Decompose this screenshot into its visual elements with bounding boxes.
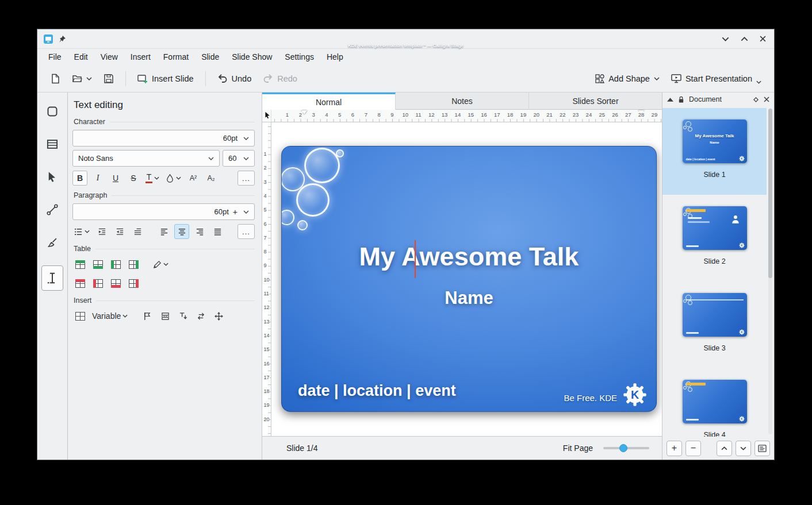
italic-button[interactable]: I <box>90 171 105 186</box>
tab-slides-sorter[interactable]: Slides Sorter <box>529 92 662 110</box>
increase-indent-button[interactable] <box>94 224 109 239</box>
character-more-button[interactable]: ... <box>238 171 255 186</box>
horizontal-ruler[interactable]: 1234567891011121314151617181920212223242… <box>262 110 662 122</box>
insert-table-button[interactable] <box>72 309 87 323</box>
delete-slide-button[interactable]: − <box>685 441 701 456</box>
font-family-combo[interactable]: Noto Sans <box>72 150 220 167</box>
tool-connection[interactable] <box>41 200 63 219</box>
spacing-increase-stepper[interactable]: + <box>233 207 238 217</box>
minimize-button[interactable] <box>722 37 729 41</box>
underline-button[interactable]: U <box>108 171 123 186</box>
tab-normal[interactable]: Normal <box>262 92 396 110</box>
align-right-button[interactable] <box>192 224 207 239</box>
float-docker-icon[interactable] <box>753 97 759 103</box>
split-cells-button[interactable] <box>126 276 141 291</box>
ruler-number: 27 <box>625 111 632 118</box>
tool-calligraphy[interactable] <box>41 233 63 252</box>
insert-bookmark-button[interactable] <box>140 309 155 323</box>
menu-item-view[interactable]: View <box>94 49 124 65</box>
open-document-button[interactable] <box>67 70 97 88</box>
variable-dropdown[interactable]: Variable <box>90 309 129 323</box>
scrollbar-handle[interactable] <box>768 109 772 278</box>
paragraph-spacing-combo[interactable]: 60pt + <box>72 203 255 220</box>
paragraph-more-button[interactable]: ... <box>238 224 255 239</box>
bold-button[interactable]: B <box>72 171 87 186</box>
zoom-mode-label[interactable]: Fit Page <box>563 444 593 453</box>
distribute-button[interactable] <box>211 309 226 323</box>
zoom-slider-handle[interactable] <box>619 444 627 452</box>
slide-title-text[interactable]: My Awesome Talk <box>282 242 656 272</box>
insert-page-break-button[interactable] <box>158 309 173 323</box>
insert-column-left-button[interactable] <box>108 257 123 272</box>
chevron-down-icon <box>243 137 249 140</box>
slide-canvas[interactable]: My Awesome Talk Name date | location | e… <box>271 122 662 436</box>
menu-item-slide[interactable]: Slide <box>195 49 225 65</box>
insert-row-below-button[interactable] <box>90 257 105 272</box>
list-style-button[interactable] <box>72 224 91 239</box>
pin-icon[interactable] <box>58 35 66 43</box>
lock-icon[interactable] <box>678 96 684 103</box>
save-button[interactable] <box>99 70 118 88</box>
slide-thumbnail-1[interactable]: My Awesome TalkNamedate | location | eve… <box>662 108 767 195</box>
superscript-button[interactable]: A² <box>186 171 201 186</box>
menu-item-insert[interactable]: Insert <box>124 49 157 65</box>
close-button[interactable] <box>760 36 766 42</box>
collapse-icon[interactable] <box>667 98 673 102</box>
delete-row-button[interactable] <box>72 276 87 291</box>
add-shape-button[interactable]: Add Shape <box>591 70 664 87</box>
slide-thumbnail-4[interactable]: Slide 4 <box>662 368 767 437</box>
font-size-combo[interactable]: 60 <box>223 150 255 167</box>
slide-thumbnail-2[interactable]: Slide 2 <box>662 195 767 282</box>
menu-item-format[interactable]: Format <box>157 49 195 65</box>
text-color-button[interactable]: T <box>144 171 161 186</box>
tool-text-editing[interactable] <box>41 265 63 291</box>
strikethrough-button[interactable]: S <box>126 171 141 186</box>
docker-title: Document <box>689 95 722 103</box>
first-line-indent-button[interactable] <box>130 224 145 239</box>
slide-subtitle-text[interactable]: Name <box>282 288 656 309</box>
tool-shape-edit[interactable] <box>41 102 63 121</box>
tool-selection[interactable] <box>41 167 63 187</box>
insert-column-right-button[interactable] <box>126 257 141 272</box>
tab-notes[interactable]: Notes <box>396 92 529 110</box>
menu-item-file[interactable]: File <box>42 49 68 65</box>
align-justify-button[interactable] <box>210 224 225 239</box>
slide-footer-text[interactable]: date | location | event <box>298 382 456 400</box>
move-slide-down-button[interactable] <box>736 441 751 456</box>
slide-thumbnail-3[interactable]: Slide 3 <box>662 282 767 368</box>
subscript-button[interactable]: A₂ <box>204 171 219 186</box>
decrease-indent-button[interactable] <box>112 224 127 239</box>
border-pen-button[interactable] <box>151 257 170 272</box>
tool-stencils[interactable] <box>41 134 63 154</box>
slide-editor[interactable]: My Awesome Talk Name date | location | e… <box>281 146 657 412</box>
move-slide-up-button[interactable] <box>717 441 732 456</box>
zoom-slider[interactable] <box>603 447 649 449</box>
open-dropdown-icon[interactable] <box>86 77 92 80</box>
menu-item-settings[interactable]: Settings <box>278 49 320 65</box>
undo-button[interactable]: Undo <box>213 70 256 87</box>
merge-cells-button[interactable] <box>108 276 123 291</box>
new-document-button[interactable] <box>45 70 65 88</box>
menu-item-slide-show[interactable]: Slide Show <box>225 49 278 65</box>
menu-item-help[interactable]: Help <box>320 49 350 65</box>
horizontal-ruler-scale[interactable]: 1234567891011121314151617181920212223242… <box>271 110 662 122</box>
insert-text-button[interactable] <box>175 309 190 323</box>
thumbnail-scrollbar[interactable] <box>768 109 772 434</box>
add-slide-button[interactable]: + <box>667 441 682 456</box>
slides-sorter-button[interactable] <box>754 441 770 456</box>
close-docker-icon[interactable] <box>764 97 769 102</box>
swap-horizontal-button[interactable] <box>193 309 208 323</box>
character-style-combo[interactable]: 60pt <box>72 130 255 147</box>
titlebar[interactable]: KDE events presentation template * — Cal… <box>37 29 774 49</box>
align-left-button[interactable] <box>156 224 171 239</box>
delete-column-button[interactable] <box>90 276 105 291</box>
menu-item-edit[interactable]: Edit <box>68 49 94 65</box>
highlight-color-button[interactable] <box>164 171 183 186</box>
insert-slide-button[interactable]: Insert Slide <box>133 70 198 88</box>
start-presentation-button[interactable]: Start Presentation <box>667 70 766 88</box>
insert-row-above-button[interactable] <box>72 257 87 272</box>
redo-button[interactable]: Redo <box>258 70 302 87</box>
maximize-button[interactable] <box>741 37 748 41</box>
align-center-button[interactable] <box>174 224 189 239</box>
vertical-ruler-scale[interactable]: 1234567891011121314151617181920 <box>262 122 271 436</box>
